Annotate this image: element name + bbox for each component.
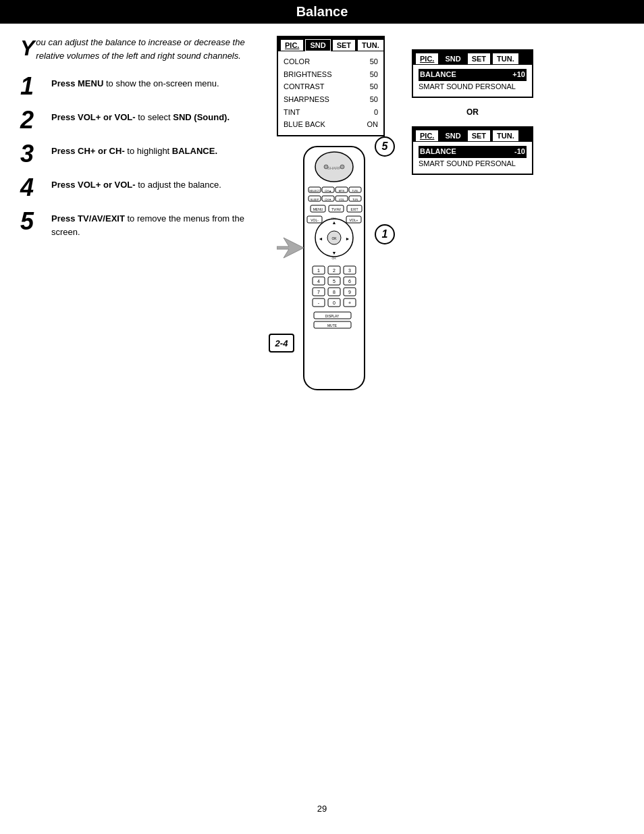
page-title: Balance xyxy=(0,0,644,24)
step-5-text: Press TV/AV/EXIT to remove the menus fro… xyxy=(51,209,250,238)
osd-smart-sound-label-2: SMART SOUND PERSONAL xyxy=(419,158,516,170)
step-3: 3 Press CH+ or CH- to highlight BALANCE. xyxy=(20,142,250,166)
osd-tab-snd-2: SND xyxy=(440,130,465,142)
osd-balance-label-2: BALANCE xyxy=(420,146,456,158)
or-label: OR xyxy=(412,107,533,117)
svg-text:5: 5 xyxy=(333,279,336,284)
remote-badge-2-4: 2-4 xyxy=(269,334,294,353)
step-5: 5 Press TV/AV/EXIT to remove the menus f… xyxy=(20,209,250,238)
step-4-text: Press VOL+ or VOL- to adjust the balance… xyxy=(51,176,221,192)
menu-tabs: PIC. SND SET TUN. xyxy=(278,37,383,51)
remote-badge-1: 1 xyxy=(375,224,395,244)
step-2: 2 Press VOL+ or VOL- to select SND (Soun… xyxy=(20,108,250,132)
svg-text:3: 3 xyxy=(348,268,351,273)
right-panels: PIC. SND SET TUN. BALANCE +10 SMART SOUN… xyxy=(412,36,533,175)
svg-text:DISPLAY: DISPLAY xyxy=(325,314,340,318)
step-4-bold: Press VOL+ or VOL- xyxy=(51,180,136,190)
svg-text:VOL-: VOL- xyxy=(311,218,319,222)
step-5-number: 5 xyxy=(20,209,45,234)
step-1-number: 1 xyxy=(20,74,45,99)
svg-text:MUTE: MUTE xyxy=(327,323,338,328)
svg-text:CH▲: CH▲ xyxy=(325,189,331,192)
svg-text:9: 9 xyxy=(348,290,351,294)
tv-remote-area: PIC. SND SET TUN. COLOR 50 BRIGHTNESS 50 xyxy=(263,36,398,420)
osd-smart-sound-label-1: SMART SOUND PERSONAL xyxy=(419,81,516,93)
step-1: 1 Press MENU to show the on-screen menu. xyxy=(20,74,250,99)
svg-marker-68 xyxy=(277,238,304,258)
svg-text:0: 0 xyxy=(333,301,336,305)
osd-tab-tun-1: TUN. xyxy=(492,53,519,65)
svg-text:▼: ▼ xyxy=(332,251,337,255)
svg-text:TUN: TUN xyxy=(352,198,358,201)
tv-menu-box: PIC. SND SET TUN. COLOR 50 BRIGHTNESS 50 xyxy=(277,36,385,136)
svg-text:TUN.: TUN. xyxy=(352,189,358,192)
menu-row-contrast: CONTRAST 50 xyxy=(284,80,378,93)
svg-text:8: 8 xyxy=(333,290,336,294)
osd-tab-set-1: SET xyxy=(467,53,491,65)
menu-items: COLOR 50 BRIGHTNESS 50 CONTRAST 50 SHARP… xyxy=(278,51,383,135)
svg-text:SLEEP: SLEEP xyxy=(311,198,319,201)
svg-point-3 xyxy=(324,165,328,169)
step-3-text: Press CH+ or CH- to highlight BALANCE. xyxy=(51,142,217,158)
osd-tab-tun-2: TUN. xyxy=(492,130,519,142)
svg-text:▲: ▲ xyxy=(332,220,337,225)
menu-value-color: 50 xyxy=(370,55,378,68)
menu-row-color: COLOR 50 xyxy=(284,55,378,68)
osd-panel-1: PIC. SND SET TUN. BALANCE +10 SMART SOUN… xyxy=(412,49,533,98)
svg-text:MENU: MENU xyxy=(313,207,323,211)
svg-point-4 xyxy=(340,165,344,169)
step-4: 4 Press VOL+ or VOL- to adjust the balan… xyxy=(20,176,250,200)
svg-text:CH+: CH+ xyxy=(331,217,338,220)
osd-smart-sound-row-1: SMART SOUND PERSONAL xyxy=(419,81,527,93)
osd-tab-pic-1: PIC. xyxy=(415,53,439,65)
menu-label-color: COLOR xyxy=(284,55,310,68)
osd-balance-row-2: BALANCE -10 xyxy=(419,146,527,158)
svg-text:MTS: MTS xyxy=(339,189,345,192)
step-2-text: Press VOL+ or VOL- to select SND (Sound)… xyxy=(51,108,230,124)
svg-text:CH-: CH- xyxy=(331,257,337,260)
menu-row-sharpness: SHARPNESS 50 xyxy=(284,93,378,106)
step-1-text: Press MENU to show the on-screen menu. xyxy=(51,74,219,90)
step-5-bold: Press TV/AV/EXIT xyxy=(51,213,125,224)
svg-text:SELECT: SELECT xyxy=(309,189,320,192)
menu-tab-set: SET xyxy=(332,39,356,51)
osd-balance-row-1: BALANCE +10 xyxy=(419,69,527,81)
osd-body-2: BALANCE -10 SMART SOUND PERSONAL xyxy=(413,142,532,174)
step-4-number: 4 xyxy=(20,176,45,200)
steps-list: 1 Press MENU to show the on-screen menu.… xyxy=(20,74,250,238)
step-3-number: 3 xyxy=(20,142,45,166)
remote-illustration: 5 1 2-4 SHARP xyxy=(263,130,398,420)
osd-tabs-1: PIC. SND SET TUN. xyxy=(413,51,532,65)
menu-value-tint: 0 xyxy=(374,106,378,119)
osd-tabs-2: PIC. SND SET TUN. xyxy=(413,128,532,142)
menu-label-contrast: CONTRAST xyxy=(284,80,325,93)
svg-text:VOL: VOL xyxy=(339,198,345,201)
svg-text:►: ► xyxy=(346,236,350,241)
svg-text:2: 2 xyxy=(333,268,336,273)
menu-label-sharpness: SHARPNESS xyxy=(284,93,329,106)
intro-body: ou can adjust the balance to increase or… xyxy=(36,37,244,61)
menu-value-sharpness: 50 xyxy=(370,93,378,106)
remote-svg: SHARP SELECT CH▲ MTS TUN. xyxy=(287,143,381,400)
osd-body-1: BALANCE +10 SMART SOUND PERSONAL xyxy=(413,65,532,97)
svg-text:+: + xyxy=(348,301,351,305)
menu-tab-tun: TUN. xyxy=(357,39,384,51)
left-column: You can adjust the balance to increase o… xyxy=(20,36,250,420)
svg-text:1: 1 xyxy=(317,268,320,273)
osd-tab-set-2: SET xyxy=(467,130,491,142)
step-2-bold: Press VOL+ or VOL- xyxy=(51,112,136,122)
right-column: PIC. SND SET TUN. COLOR 50 BRIGHTNESS 50 xyxy=(263,36,624,420)
osd-balance-value-1: +10 xyxy=(512,69,525,81)
svg-text:CH▼: CH▼ xyxy=(325,198,331,201)
step-2-number: 2 xyxy=(20,108,45,132)
osd-tab-pic-2: PIC. xyxy=(415,130,439,142)
svg-text:SHARP: SHARP xyxy=(327,166,342,170)
svg-text:TV/AV: TV/AV xyxy=(331,207,342,211)
menu-value-brightness: 50 xyxy=(370,68,378,81)
osd-smart-sound-row-2: SMART SOUND PERSONAL xyxy=(419,158,527,170)
svg-text:EXIT: EXIT xyxy=(350,207,358,211)
menu-tab-pic: PIC. xyxy=(280,39,304,51)
page-number: 29 xyxy=(317,804,327,814)
menu-row-tint: TINT 0 xyxy=(284,106,378,119)
svg-text:7: 7 xyxy=(317,290,320,294)
